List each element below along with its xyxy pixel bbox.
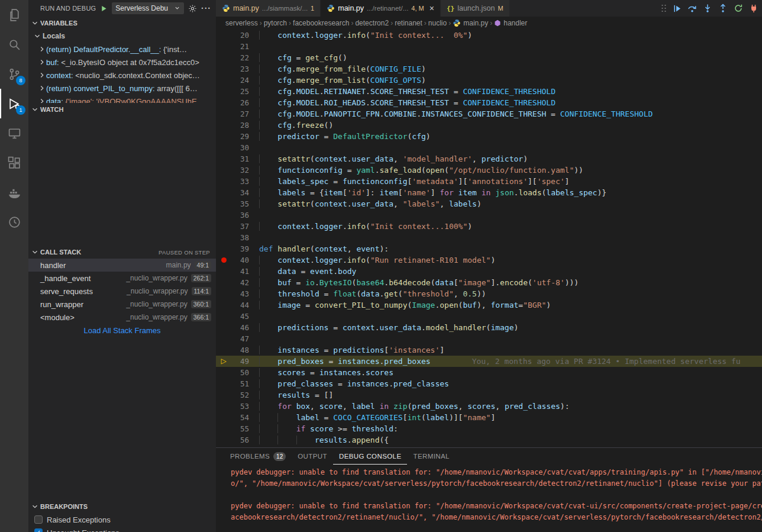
gutter-glyph[interactable]: ▷	[216, 356, 231, 367]
watch-section-header[interactable]: WATCH	[28, 103, 216, 116]
editor-tab[interactable]: {}launch.jsonM	[441, 0, 510, 17]
variable-row[interactable]: (return) DefaultPredictor.__call__: {'in…	[28, 43, 216, 56]
search-icon[interactable]	[0, 30, 28, 59]
gutter-glyph[interactable]	[216, 322, 231, 333]
more-actions-icon[interactable]: ···	[201, 4, 211, 13]
stack-frame-row[interactable]: handlermain.py49:1	[28, 259, 216, 272]
gutter-glyph[interactable]	[216, 187, 231, 198]
gutter-glyph[interactable]	[216, 97, 231, 108]
gutter-glyph[interactable]	[216, 266, 231, 277]
gutter-glyph[interactable]	[216, 52, 231, 63]
gutter-glyph[interactable]	[216, 198, 231, 209]
gutter-glyph[interactable]	[216, 120, 231, 131]
call-stack-section-header[interactable]: CALL STACK PAUSED ON STEP	[28, 246, 216, 259]
gutter-glyph[interactable]	[216, 165, 231, 176]
breadcrumb-item[interactable]: nuclio	[428, 19, 447, 27]
breadcrumb-item[interactable]: pytorch	[264, 19, 287, 27]
editor-tab[interactable]: main.py.../siammask/...1	[216, 0, 321, 17]
breadcrumb-item[interactable]: facebookresearch	[293, 19, 349, 27]
gutter-glyph[interactable]	[216, 142, 231, 153]
code-line: 55 if score >= threshold:	[216, 423, 762, 434]
breakpoint-row[interactable]: ✓Uncaught Exceptions	[28, 526, 216, 532]
variable-value: {'image': 'iVBORw0KGgoAAAANSUhE…	[63, 97, 205, 104]
run-and-debug-icon[interactable]: 1	[0, 89, 28, 118]
continue-icon[interactable]	[673, 4, 682, 13]
gutter-glyph[interactable]	[216, 288, 231, 299]
close-tab-icon[interactable]: ×	[430, 4, 434, 12]
variable-row[interactable]: context: <nuclio_sdk.context.Context obj…	[28, 69, 216, 82]
gutter-glyph[interactable]	[216, 344, 231, 356]
step-into-icon[interactable]	[703, 4, 712, 13]
panel-tab-output[interactable]: OUTPUT	[292, 448, 333, 465]
breadcrumb-item[interactable]: retinanet	[395, 19, 422, 27]
circle-icon[interactable]	[0, 207, 28, 237]
gutter-glyph[interactable]	[216, 108, 231, 120]
load-all-stack-frames-link[interactable]: Load All Stack Frames	[28, 324, 216, 338]
breadcrumb-item[interactable]: handler	[494, 19, 527, 27]
gutter-glyph[interactable]	[216, 176, 231, 187]
checkbox[interactable]	[34, 515, 43, 524]
panel-tab-terminal[interactable]: TERMINAL	[407, 448, 455, 465]
code-line: 29 predictor = DefaultPredictor(cfg)	[216, 131, 762, 142]
gutter-glyph[interactable]	[216, 209, 231, 221]
variable-row[interactable]: (return) convert_PIL_to_numpy: array([[[…	[28, 82, 216, 95]
gutter-glyph[interactable]	[216, 86, 231, 97]
gear-icon[interactable]	[188, 4, 197, 13]
panel-tab-problems[interactable]: PROBLEMS12	[224, 448, 292, 465]
variable-row[interactable]: data: {'image': 'iVBORw0KGgoAAAANSUhE…	[28, 95, 216, 103]
breadcrumb-item[interactable]: detectron2	[355, 19, 389, 27]
line-number: 48	[231, 344, 249, 356]
gutter-glyph[interactable]	[216, 434, 231, 446]
panel-tab-debug-console[interactable]: DEBUG CONSOLE	[333, 448, 408, 465]
stack-frame-row[interactable]: <module>_nuclio_wrapper.py366:1	[28, 311, 216, 324]
gutter-glyph[interactable]	[216, 333, 231, 344]
gutter-glyph[interactable]	[216, 311, 231, 322]
gutter-glyph[interactable]	[216, 299, 231, 311]
gutter-glyph[interactable]	[216, 75, 231, 86]
gutter-glyph[interactable]	[216, 243, 231, 254]
checkbox[interactable]: ✓	[34, 528, 43, 532]
stack-frame-row[interactable]: _handle_event_nuclio_wrapper.py262:1	[28, 272, 216, 285]
breakpoint-row[interactable]: Raised Exceptions	[28, 513, 216, 526]
variables-section-header[interactable]: VARIABLES	[28, 17, 216, 30]
gutter-glyph[interactable]	[216, 401, 231, 412]
gutter-glyph[interactable]	[216, 30, 231, 41]
gutter-glyph[interactable]	[216, 389, 231, 401]
step-out-icon[interactable]	[718, 4, 728, 13]
remote-explorer-icon[interactable]	[0, 118, 28, 148]
source-control-icon[interactable]: 8	[0, 59, 28, 89]
step-over-icon[interactable]	[687, 4, 697, 13]
gutter-glyph[interactable]	[216, 378, 231, 389]
gutter-glyph[interactable]	[216, 423, 231, 434]
debug-config-dropdown[interactable]: Serverless Debu	[112, 2, 184, 14]
breakpoints-section-header[interactable]: BREAKPOINTS	[28, 500, 216, 513]
stack-frame-row[interactable]: serve_requests_nuclio_wrapper.py114:1	[28, 285, 216, 298]
stack-frame-row[interactable]: run_wrapper_nuclio_wrapper.py360:1	[28, 298, 216, 311]
line-number: 29	[231, 131, 249, 142]
docker-icon[interactable]	[0, 178, 28, 207]
disconnect-icon[interactable]	[749, 4, 758, 13]
gutter-glyph[interactable]	[216, 277, 231, 288]
restart-icon[interactable]	[734, 4, 743, 13]
explorer-icon[interactable]	[0, 0, 28, 30]
code-text: buf = io.BytesIO(base64.b64decode(data["…	[259, 277, 762, 288]
gutter-glyph[interactable]	[216, 41, 231, 52]
start-debug-icon[interactable]	[100, 5, 108, 12]
extensions-icon[interactable]	[0, 148, 28, 178]
scope-locals[interactable]: Locals	[28, 30, 216, 43]
drag-handle-icon[interactable]	[661, 4, 667, 13]
gutter-glyph[interactable]	[216, 412, 231, 423]
gutter-glyph[interactable]	[216, 63, 231, 75]
gutter-glyph[interactable]	[216, 131, 231, 142]
gutter-glyph[interactable]	[216, 367, 231, 378]
editor-tab[interactable]: main.py.../retinanet/...4, M×	[321, 0, 441, 17]
variable-row[interactable]: buf: <_io.BytesIO object at 0x7f5a2dc1ec…	[28, 56, 216, 69]
code-line: 37 context.logger.info("Init context...1…	[216, 221, 762, 232]
gutter-glyph[interactable]	[216, 232, 231, 243]
tab-path-detail: .../retinanet/...	[367, 5, 408, 12]
breadcrumb-item[interactable]: main.py	[453, 19, 488, 27]
gutter-glyph[interactable]	[216, 254, 231, 266]
gutter-glyph[interactable]	[216, 221, 231, 232]
gutter-glyph[interactable]	[216, 153, 231, 165]
breadcrumb-item[interactable]: serverless	[225, 19, 258, 27]
